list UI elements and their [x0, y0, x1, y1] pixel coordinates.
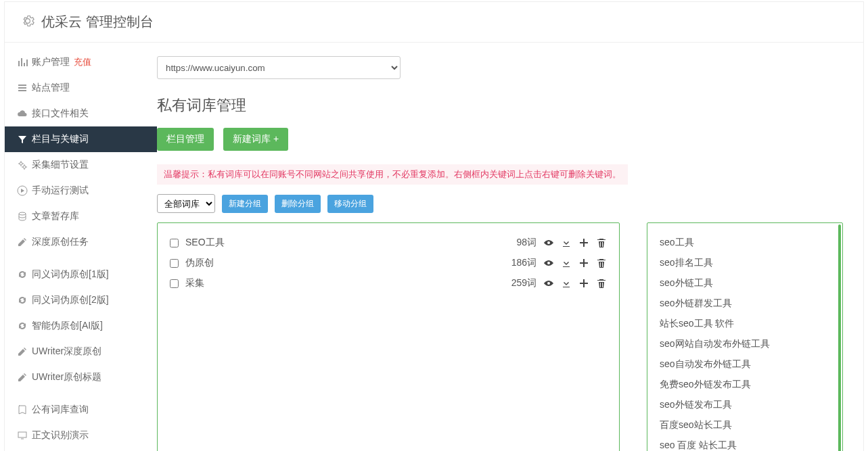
sidebar: 账户管理 充值 站点管理 接口文件相关 栏目与关键词 采集细节设置 手动运 — [5, 43, 157, 451]
library-name: 采集 — [185, 277, 204, 289]
sidebar-item-account[interactable]: 账户管理 充值 — [5, 49, 157, 75]
library-checkbox[interactable] — [170, 259, 179, 268]
trash-icon[interactable] — [596, 258, 607, 268]
cloud-icon — [17, 108, 32, 119]
database-icon — [17, 211, 32, 222]
sidebar-item-collect-settings[interactable]: 采集细节设置 — [5, 152, 157, 178]
word-count: 98词 — [516, 237, 536, 249]
sidebar-item-syn1[interactable]: 同义词伪原创[1版] — [5, 262, 157, 287]
plus-icon[interactable] — [578, 237, 589, 248]
sidebar-item-label: 文章暂存库 — [32, 210, 79, 222]
move-group-button[interactable]: 移动分组 — [327, 195, 373, 213]
download-icon[interactable] — [561, 237, 572, 248]
eye-icon[interactable] — [543, 278, 554, 289]
recharge-badge: 充值 — [74, 56, 91, 68]
keyword-item[interactable]: seo外链群发工具 — [660, 293, 830, 314]
keyword-item[interactable]: seo排名工具 — [660, 253, 830, 273]
word-count: 186词 — [511, 257, 536, 269]
sidebar-item-api-files[interactable]: 接口文件相关 — [5, 101, 157, 126]
library-checkbox[interactable] — [170, 239, 179, 247]
app-title: 优采云 管理控制台 — [41, 13, 154, 31]
chart-icon — [17, 57, 32, 68]
svg-rect-4 — [18, 432, 26, 437]
group-select[interactable]: 全部词库 — [157, 194, 215, 213]
keyword-item[interactable]: seo工具 — [660, 233, 830, 253]
page-title: 私有词库管理 — [157, 95, 863, 116]
sidebar-item-label: 同义词伪原创[2版] — [32, 294, 109, 306]
sidebar-item-uwriter-deep[interactable]: UWriter深度原创 — [5, 339, 157, 364]
filter-icon — [17, 134, 32, 145]
sidebar-item-label: 账户管理 — [32, 56, 70, 68]
svg-point-0 — [20, 162, 22, 165]
library-name: SEO工具 — [185, 237, 225, 249]
site-select[interactable]: https://www.ucaiyun.com — [157, 56, 401, 79]
keyword-item[interactable]: seo自动发布外链工具 — [660, 354, 830, 375]
sidebar-item-label: 接口文件相关 — [32, 108, 89, 120]
sidebar-item-label: 栏目与关键词 — [32, 133, 89, 145]
refresh-icon — [17, 269, 32, 280]
library-row: 伪原创186词 — [170, 253, 607, 273]
library-panel: SEO工具98词伪原创186词采集259词 — [157, 222, 620, 451]
delete-group-button[interactable]: 删除分组 — [275, 195, 321, 213]
eye-icon[interactable] — [543, 237, 554, 248]
sidebar-item-public-dict[interactable]: 公有词库查询 — [5, 397, 157, 423]
keyword-item[interactable]: seo外链发布工具 — [660, 395, 830, 415]
svg-point-3 — [19, 212, 26, 215]
category-manage-button[interactable]: 栏目管理 — [157, 128, 214, 151]
keyword-item[interactable]: seo外链工具 — [660, 273, 830, 293]
edit-icon — [17, 346, 32, 357]
sidebar-item-label: 手动运行测试 — [32, 185, 89, 197]
keyword-panel: seo工具seo排名工具seo外链工具seo外链群发工具站长seo工具 软件se… — [647, 222, 843, 451]
library-row: 采集259词 — [170, 273, 607, 293]
sidebar-item-uwriter-title[interactable]: UWriter原创标题 — [5, 364, 157, 390]
sidebar-item-label: 公有词库查询 — [32, 404, 89, 416]
library-checkbox[interactable] — [170, 279, 179, 288]
library-name: 伪原创 — [185, 257, 214, 269]
header: 优采云 管理控制台 — [5, 2, 863, 43]
sidebar-item-text-demo[interactable]: 正文识别演示 — [5, 423, 157, 448]
list-icon — [17, 82, 32, 93]
sidebar-item-label: 同义词伪原创[1版] — [32, 268, 109, 281]
book-icon — [17, 404, 32, 415]
cogs-icon — [17, 160, 32, 170]
plus-icon[interactable] — [578, 258, 589, 268]
sidebar-item-label: UWriter深度原创 — [32, 346, 101, 358]
plus-icon[interactable] — [578, 278, 589, 289]
keyword-item[interactable]: 百度seo站长工具 — [660, 415, 830, 435]
keyword-item[interactable]: 免费seo外链发布工具 — [660, 375, 830, 395]
gear-icon — [21, 14, 35, 30]
tip-message: 温馨提示：私有词库可以在同账号不同网站之间共享使用，不必重复添加。右侧框内关键词… — [157, 164, 628, 185]
keyword-item[interactable]: 站长seo工具 软件 — [660, 314, 830, 334]
sidebar-item-manual-run[interactable]: 手动运行测试 — [5, 178, 157, 204]
trash-icon[interactable] — [596, 278, 607, 289]
main-content: https://www.ucaiyun.com 私有词库管理 栏目管理 新建词库… — [157, 43, 863, 451]
sidebar-item-article-store[interactable]: 文章暂存库 — [5, 204, 157, 229]
edit-icon — [17, 372, 32, 383]
word-count: 259词 — [511, 277, 536, 289]
play-icon — [17, 185, 32, 196]
sidebar-item-deep-task[interactable]: 深度原创任务 — [5, 229, 157, 255]
eye-icon[interactable] — [543, 258, 554, 268]
new-group-button[interactable]: 新建分组 — [222, 195, 268, 213]
sidebar-item-ai[interactable]: 智能伪原创[AI版] — [5, 313, 157, 339]
sidebar-item-keywords[interactable]: 栏目与关键词 — [5, 126, 157, 152]
sidebar-item-label: 站点管理 — [32, 82, 70, 94]
svg-point-1 — [23, 166, 26, 168]
refresh-icon — [17, 321, 32, 331]
sidebar-item-syn2[interactable]: 同义词伪原创[2版] — [5, 287, 157, 313]
monitor-icon — [17, 430, 32, 441]
new-library-button[interactable]: 新建词库 + — [223, 128, 288, 151]
scrollbar[interactable] — [838, 224, 841, 451]
download-icon[interactable] — [561, 278, 572, 289]
sidebar-item-label: 采集细节设置 — [32, 159, 89, 171]
keyword-item[interactable]: seo网站自动发布外链工具 — [660, 334, 830, 354]
trash-icon[interactable] — [596, 237, 607, 248]
sidebar-item-label: 正文识别演示 — [32, 429, 89, 442]
sidebar-item-sites[interactable]: 站点管理 — [5, 75, 157, 101]
edit-icon — [17, 237, 32, 247]
library-row: SEO工具98词 — [170, 233, 607, 253]
sidebar-item-label: 智能伪原创[AI版] — [32, 320, 103, 332]
sidebar-item-label: 深度原创任务 — [32, 236, 89, 248]
keyword-item[interactable]: seo 百度 站长工具 — [660, 435, 830, 451]
download-icon[interactable] — [561, 258, 572, 268]
